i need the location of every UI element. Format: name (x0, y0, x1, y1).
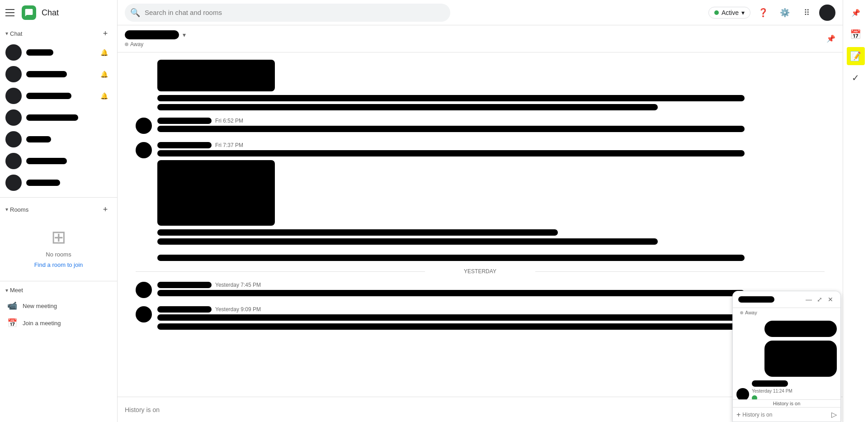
mini-chat-input[interactable] (742, 412, 830, 418)
meet-chevron-icon: ▾ (5, 287, 8, 294)
message-group (157, 60, 825, 110)
message-content: Fri 7:37 PM (157, 142, 825, 247)
message-group: Yesterday 7:45 PM (136, 282, 825, 299)
calendar-panel-icon[interactable]: 📅 (847, 25, 865, 43)
mini-away-label: Away (738, 310, 835, 315)
right-panel: 📌 📅 📝 ✓ (843, 0, 868, 422)
divider (0, 197, 117, 198)
mini-plus-icon[interactable]: + (736, 411, 741, 419)
search-input[interactable] (125, 4, 450, 22)
meet-section-toggle[interactable]: ▾ Meet (5, 287, 23, 294)
app-logo (22, 5, 36, 20)
settings-icon[interactable]: ⚙️ (776, 4, 794, 22)
tasks-panel-icon[interactable]: ✓ (847, 69, 865, 87)
chat-section-toggle[interactable]: ▾ Chat (5, 30, 22, 37)
message-avatar (136, 282, 152, 298)
meet-section-label: Meet (10, 287, 23, 294)
sidebar-top-bar: Chat (0, 0, 117, 25)
message-content: Yesterday 7:45 PM (157, 282, 825, 299)
no-rooms: ⊞ No rooms Find a room to join (0, 218, 117, 277)
new-meeting-item[interactable]: 📹 New meeting (0, 297, 117, 314)
avatar (5, 131, 22, 147)
message-avatar (136, 118, 152, 134)
rooms-section-label: Rooms (10, 206, 28, 213)
chat-name-bar (26, 93, 71, 99)
mini-chat-contact-name (738, 296, 774, 303)
hamburger-icon[interactable] (5, 7, 16, 18)
mini-chat-body: Yesterday 11:24 PM (733, 317, 840, 399)
mini-bubble (764, 321, 837, 337)
message-text-bar (157, 95, 745, 101)
message-group: Fri 7:37 PM (136, 142, 825, 247)
away-label: Away (130, 41, 143, 47)
no-rooms-icon: ⊞ (51, 227, 66, 247)
away-status: Away (125, 41, 186, 47)
pin-icon[interactable]: 📌 (826, 34, 835, 43)
avatar (5, 66, 22, 82)
bell-icon: 🔔 (100, 92, 108, 100)
mini-chat-header: — ⤢ ✕ (733, 291, 840, 308)
avatar (5, 153, 22, 169)
mini-chat-minimize[interactable]: — (804, 295, 813, 304)
chat-dropdown-icon[interactable]: ▾ (183, 31, 186, 38)
chat-list-item[interactable] (0, 128, 113, 150)
no-rooms-text: No rooms (46, 251, 71, 258)
mini-away-text: Away (745, 310, 757, 315)
header-right: Active ▾ ❓ ⚙️ ⠿ (708, 4, 835, 22)
chat-header: ▾ Away 📌 (118, 25, 843, 52)
help-icon[interactable]: ❓ (754, 4, 772, 22)
add-room-icon[interactable]: + (99, 203, 112, 216)
message-text-bar (157, 150, 745, 156)
bell-icon: 🔔 (100, 71, 108, 78)
app-title: Chat (42, 8, 59, 18)
avatar (5, 44, 22, 61)
meet-section: 📹 New meeting 📅 Join a meeting (0, 295, 117, 333)
join-meeting-item[interactable]: 📅 Join a meeting (0, 314, 117, 332)
chat-list-item[interactable] (0, 107, 113, 128)
mini-bubble-large (764, 341, 837, 377)
user-avatar[interactable] (819, 5, 835, 21)
message-header: Fri 6:52 PM (157, 118, 825, 124)
message-avatar (136, 142, 152, 158)
pin-panel-icon[interactable]: 📌 (847, 4, 865, 22)
active-dot-icon (714, 10, 719, 15)
message-group (157, 255, 825, 261)
avatar (5, 88, 22, 104)
away-dot-icon (125, 43, 128, 46)
chat-chevron-icon: ▾ (5, 30, 8, 37)
mini-chat-controls: — ⤢ ✕ (804, 295, 835, 304)
meet-section-header: ▾ Meet (0, 285, 117, 295)
message-avatar (136, 306, 152, 322)
chat-list-item[interactable]: 🔔 (0, 63, 113, 85)
chat-name-bar (26, 49, 53, 56)
apps-icon[interactable]: ⠿ (797, 4, 816, 22)
mini-chat-close[interactable]: ✕ (826, 295, 835, 304)
join-meeting-label: Join a meeting (23, 320, 61, 327)
rooms-section-header: ▾ Rooms + (0, 201, 117, 218)
chat-list: 🔔 🔔 🔔 (0, 42, 117, 194)
chat-list-item[interactable]: 🔔 (0, 42, 113, 63)
message-sender-name (157, 142, 212, 148)
mini-chat-maximize[interactable]: ⤢ (815, 295, 824, 304)
mini-send-icon[interactable]: ▷ (831, 410, 837, 419)
chat-list-item[interactable] (0, 172, 113, 194)
rooms-section-toggle[interactable]: ▾ Rooms (5, 206, 28, 213)
add-chat-icon[interactable]: + (99, 27, 112, 40)
mini-received-content: Yesterday 11:24 PM (752, 380, 793, 399)
message-image (157, 160, 275, 226)
chat-list-item[interactable]: 🔔 (0, 85, 113, 107)
active-status-button[interactable]: Active ▾ (708, 7, 750, 19)
search-bar: 🔍 (125, 4, 450, 22)
mini-online-dot (752, 395, 757, 399)
chat-list-item[interactable] (0, 150, 113, 172)
keep-panel-icon[interactable]: 📝 (847, 47, 865, 65)
mini-message-sent (736, 341, 837, 377)
chat-section-header: ▾ Chat + (0, 25, 117, 42)
chat-input[interactable] (125, 406, 752, 413)
message-text-bar (157, 126, 745, 132)
find-room-link[interactable]: Find a room to join (34, 261, 83, 268)
mini-message-time: Yesterday 11:24 PM (752, 389, 793, 394)
message-sender-name (157, 282, 212, 288)
message-time: Yesterday 9:09 PM (215, 306, 261, 313)
active-label: Active (722, 9, 739, 16)
